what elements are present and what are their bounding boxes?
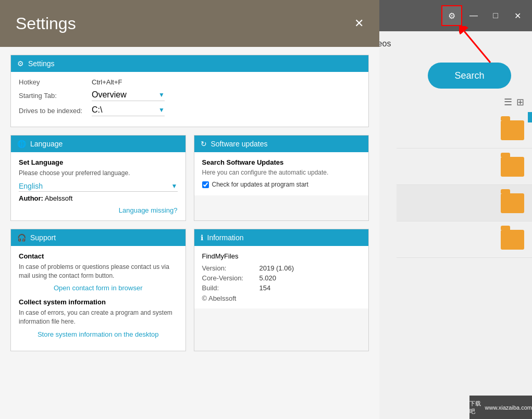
language-section-header: 🌐 Language [11, 135, 185, 152]
search-area: Search [428, 63, 522, 89]
search-button-label: Search [454, 70, 484, 81]
file-item-3[interactable] [397, 185, 532, 221]
updates-section: ↻ Software updates Search Software Updat… [194, 135, 369, 221]
watermark: 下载吧 www.xiazaiba.com [469, 396, 532, 419]
language-desc: Please choose your preferred language. [19, 169, 178, 178]
updates-section-label: Software updates [211, 140, 268, 148]
settings-section: ⚙ Settings Hotkey Ctrl+Alt+F Starting Ta… [10, 55, 369, 127]
hotkey-value: Ctrl+Alt+F [92, 78, 122, 86]
settings-dialog-title: Settings [16, 14, 76, 33]
settings-titlebar-button[interactable]: ⚙ [441, 5, 462, 26]
drives-dropdown[interactable]: C:\ ▼ [92, 105, 165, 116]
settings-body: ⚙ Settings Hotkey Ctrl+Alt+F Starting Ta… [0, 47, 379, 419]
file-item-2[interactable] [397, 149, 532, 185]
grid-view-icon[interactable]: ⊞ [516, 96, 524, 108]
minimize-icon: — [469, 11, 478, 20]
titlebar-controls: ⚙ — □ ✕ [441, 5, 532, 26]
updates-checkbox-row: Check for updates at program start [202, 180, 361, 189]
updates-checkbox-label: Check for updates at program start [212, 180, 308, 189]
info-app-name: FindMyFiles [202, 252, 361, 260]
settings-close-button[interactable]: ✕ [354, 17, 364, 30]
info-core-row: Core-Version: 5.020 [202, 274, 361, 282]
info-section-label: Information [207, 233, 244, 242]
info-section-content: FindMyFiles Version: 2019 (1.06) Core-Ve… [194, 246, 369, 309]
app-close-button[interactable]: ✕ [507, 5, 528, 26]
updates-section-icon: ↻ [201, 140, 207, 148]
two-col-row: 🌐 Language Set Language Please choose yo… [10, 135, 369, 229]
folder-icon-1 [501, 120, 524, 140]
language-select[interactable]: English ▼ [19, 182, 178, 192]
info-version-value: 2019 (1.06) [259, 264, 294, 272]
support-section-label: Support [30, 233, 56, 242]
contact-link[interactable]: Open contact form in browser [19, 284, 178, 292]
hotkey-label: Hotkey [19, 78, 92, 86]
file-list [397, 112, 532, 414]
info-build-label: Build: [202, 284, 259, 292]
language-name: English [19, 182, 43, 190]
updates-section-header: ↻ Software updates [194, 135, 369, 152]
starting-tab-label: Starting Tab: [19, 92, 92, 100]
folder-icon-3 [501, 193, 524, 213]
folder-icon-4 [501, 230, 524, 250]
info-core-label: Core-Version: [202, 274, 259, 282]
support-section-icon: 🎧 [17, 233, 26, 242]
language-section: 🌐 Language Set Language Please choose yo… [10, 135, 186, 221]
settings-section-label: Settings [28, 59, 55, 68]
watermark-text: 下载吧 [469, 400, 483, 415]
starting-tab-value: Overview [92, 90, 127, 100]
settings-section-header: ⚙ Settings [11, 55, 368, 72]
drives-row: Drives to be indexed: C:\ ▼ [19, 105, 361, 116]
info-copyright: © Abelssoft [202, 294, 361, 302]
updates-checkbox[interactable] [202, 181, 209, 188]
contact-text: In case of problems or questions please … [19, 263, 178, 280]
language-section-content: Set Language Please choose your preferre… [11, 152, 185, 220]
info-core-value: 5.020 [259, 274, 277, 282]
info-section: ℹ Information FindMyFiles Version: 2019 … [194, 229, 369, 351]
language-arrow: ▼ [171, 182, 178, 190]
info-version-label: Version: [202, 264, 259, 272]
two-col-row-2: 🎧 Support Contact In case of problems or… [10, 229, 369, 359]
minimize-button[interactable]: — [463, 5, 484, 26]
starting-tab-arrow: ▼ [158, 91, 165, 98]
info-build-row: Build: 154 [202, 284, 361, 292]
updates-section-content: Search Software Updates Here you can con… [194, 152, 369, 195]
hotkey-row: Hotkey Ctrl+Alt+F [19, 78, 361, 86]
starting-tab-row: Starting Tab: Overview ▼ [19, 90, 361, 101]
info-build-value: 154 [259, 284, 271, 292]
drives-label: Drives to be indexed: [19, 107, 92, 115]
language-section-label: Language [30, 140, 63, 148]
settings-dialog: Settings ✕ ⚙ Settings Hotkey Ctrl+Alt+F … [0, 0, 379, 419]
language-section-icon: 🌐 [17, 140, 26, 148]
info-version-row: Version: 2019 (1.06) [202, 264, 361, 272]
file-item-1[interactable] [397, 112, 532, 149]
settings-section-content: Hotkey Ctrl+Alt+F Starting Tab: Overview… [11, 72, 368, 127]
info-section-header: ℹ Information [194, 229, 369, 246]
language-author-label: Author: [19, 194, 43, 202]
collect-link[interactable]: Store system information on the desktop [19, 330, 178, 338]
collect-title: Collect system information [19, 298, 178, 306]
language-author-row: Author: Abelssoft [19, 194, 178, 202]
search-button[interactable]: Search [428, 63, 511, 89]
watermark-url: www.xiazaiba.com [485, 404, 532, 411]
info-section-icon: ℹ [201, 233, 203, 242]
updates-desc: Here you can configure the automatic upd… [202, 169, 361, 176]
folder-icon-2 [501, 157, 524, 177]
starting-tab-dropdown[interactable]: Overview ▼ [92, 90, 165, 101]
settings-dialog-header: Settings ✕ [0, 0, 379, 47]
support-section: 🎧 Support Contact In case of problems or… [10, 229, 186, 351]
file-item-4[interactable] [397, 221, 532, 258]
list-view-icon[interactable]: ☰ [504, 96, 512, 108]
contact-title: Contact [19, 252, 178, 260]
language-title: Set Language [19, 158, 178, 166]
maximize-button[interactable]: □ [485, 5, 506, 26]
view-icons: ☰ ⊞ [504, 96, 524, 108]
drives-value: C:\ [92, 105, 102, 115]
close-icon: ✕ [514, 11, 521, 21]
language-missing-link[interactable]: Language missing? [19, 206, 178, 214]
language-author-value: Abelssoft [45, 194, 72, 202]
maximize-icon: □ [493, 11, 498, 20]
gear-icon: ⚙ [448, 11, 455, 21]
updates-title: Search Software Updates [202, 158, 361, 166]
support-section-content: Contact In case of problems or questions… [11, 246, 185, 351]
settings-section-icon: ⚙ [17, 59, 24, 68]
